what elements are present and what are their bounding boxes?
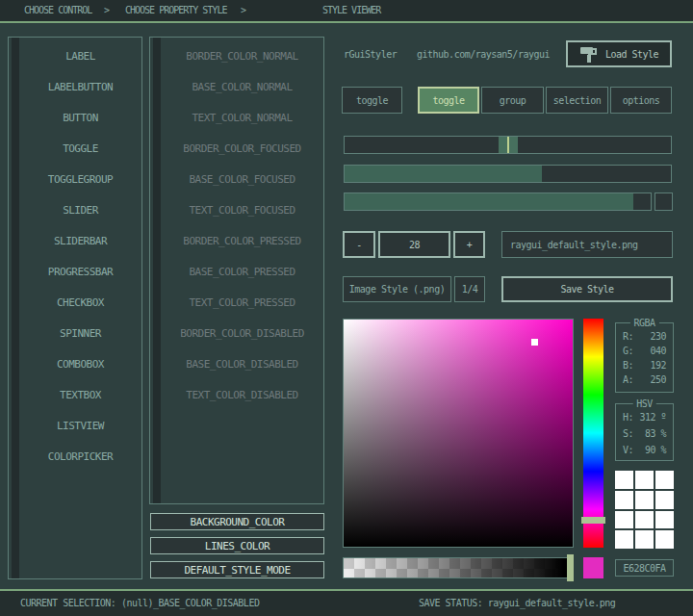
hsv-value-v: 90 % (645, 445, 666, 461)
toggle-button[interactable]: toggle (342, 87, 402, 114)
property-item-base-color-disabled[interactable]: BASE_COLOR_DISABLED (161, 348, 323, 379)
control-item-checkbox[interactable]: CHECKBOX (19, 287, 141, 318)
toggle-group-options[interactable]: options (610, 87, 672, 114)
toggle-group-toggle[interactable]: toggle (418, 87, 479, 114)
hsv-title: HSV (632, 398, 656, 409)
property-item-text-color-focused[interactable]: TEXT_COLOR_FOCUSED (161, 194, 323, 225)
rgba-value-g: 040 (650, 346, 666, 360)
file-name-textbox[interactable]: raygui_default_style.png (501, 231, 673, 258)
property-item-base-color-normal[interactable]: BASE_COLOR_NORMAL (161, 71, 323, 102)
property-item-border-color-focused[interactable]: BORDER_COLOR_FOCUSED (161, 133, 323, 164)
palette-cell[interactable] (615, 530, 633, 549)
chevron-right-icon: > (241, 0, 245, 21)
control-item-label[interactable]: LABEL (19, 40, 141, 71)
palette-cell[interactable] (655, 511, 674, 529)
app-title: rGuiStyler (344, 48, 397, 62)
combobox-counter[interactable]: 1/4 (454, 276, 485, 302)
load-style-label: Load Style (605, 49, 658, 60)
rgba-label-b: B: (623, 360, 633, 374)
control-item-combobox[interactable]: COMBOBOX (19, 348, 141, 379)
palette-cell[interactable] (655, 471, 674, 489)
spinner-increment-button[interactable]: + (453, 231, 485, 258)
repo-link[interactable]: github.com/raysan5/raygui (417, 48, 550, 62)
control-item-sliderbar[interactable]: SLIDERBAR (19, 225, 141, 256)
palette-cell[interactable] (635, 511, 654, 529)
save-style-button[interactable]: Save Style (501, 276, 673, 302)
control-item-colorpicker[interactable]: COLORPICKER (19, 441, 141, 472)
property-item-base-color-focused[interactable]: BASE_COLOR_FOCUSED (161, 164, 323, 194)
current-selection-status: CURRENT SELECTION: (null)_BASE_COLOR_DIS… (20, 591, 259, 616)
top-section-bar: CHOOSE CONTROL > CHOOSE PROPERTY STYLE >… (0, 0, 693, 21)
rgba-row-g: G: 040 (616, 346, 673, 360)
checkbox[interactable] (654, 192, 673, 211)
rgba-groupbox: RGBA R: 230 G: 040 B: 192 A: 250 (615, 322, 674, 393)
section-choose-property-style: CHOOSE PROPERTY STYLE (125, 0, 226, 21)
section-choose-control: CHOOSE CONTROL (24, 0, 91, 21)
control-item-slider[interactable]: SLIDER (19, 194, 141, 225)
hue-bar-handle[interactable] (581, 517, 605, 524)
hex-value-textbox[interactable]: E628C0FA (615, 559, 674, 577)
property-item-text-color-disabled[interactable]: TEXT_COLOR_DISABLED (161, 379, 323, 410)
palette-cell[interactable] (655, 491, 674, 509)
slider-bar[interactable] (344, 165, 672, 183)
rgba-row-b: B: 192 (616, 360, 673, 374)
color-palette-grid (615, 471, 674, 549)
palette-cell[interactable] (635, 471, 654, 489)
hsv-row-s: S: 83 % (616, 428, 673, 445)
properties-list-panel: BORDER_COLOR_NORMAL BASE_COLOR_NORMAL TE… (149, 37, 324, 504)
property-item-border-color-disabled[interactable]: BORDER_COLOR_DISABLED (161, 318, 323, 348)
load-style-button[interactable]: Load Style (566, 40, 672, 67)
control-item-listview[interactable]: LISTVIEW (19, 410, 141, 441)
palette-cell[interactable] (615, 491, 633, 509)
property-item-base-color-pressed[interactable]: BASE_COLOR_PRESSED (161, 256, 323, 287)
property-item-border-color-normal[interactable]: BORDER_COLOR_NORMAL (161, 40, 323, 71)
color-picker-sv-panel[interactable] (343, 319, 574, 548)
control-item-progressbar[interactable]: PROGRESSBAR (19, 256, 141, 287)
control-item-textbox[interactable]: TEXTBOX (19, 379, 141, 410)
properties-list: BORDER_COLOR_NORMAL BASE_COLOR_NORMAL TE… (161, 40, 323, 410)
controls-list: LABEL LABELBUTTON BUTTON TOGGLE TOGGLEGR… (19, 40, 141, 472)
controls-list-panel: LABEL LABELBUTTON BUTTON TOGGLE TOGGLEGR… (8, 37, 142, 579)
properties-list-scrollbar[interactable] (153, 38, 161, 503)
hsv-label-v: V: (623, 445, 633, 461)
spinner-decrement-button[interactable]: - (343, 231, 375, 258)
control-item-labelbutton[interactable]: LABELBUTTON (19, 71, 141, 102)
palette-cell[interactable] (655, 530, 674, 549)
rgba-row-r: R: 230 (616, 331, 673, 346)
lines-color-button[interactable]: LINES_COLOR (150, 537, 324, 554)
section-style-viewer: STYLE VIEWER (322, 0, 380, 21)
property-item-text-color-normal[interactable]: TEXT_COLOR_NORMAL (161, 102, 323, 133)
hsv-row-h: H: 312 º (616, 412, 673, 428)
control-item-spinner[interactable]: SPINNER (19, 318, 141, 348)
palette-cell[interactable] (635, 491, 654, 509)
palette-cell[interactable] (615, 511, 633, 529)
status-bar: CURRENT SELECTION: (null)_BASE_COLOR_DIS… (0, 591, 693, 616)
property-item-border-color-pressed[interactable]: BORDER_COLOR_PRESSED (161, 225, 323, 256)
slider-handle[interactable] (499, 137, 518, 153)
rgba-label-g: G: (623, 346, 633, 360)
alpha-bar-handle[interactable] (567, 554, 574, 581)
control-item-togglegroup[interactable]: TOGGLEGROUP (19, 164, 141, 194)
slider[interactable] (344, 136, 672, 154)
default-style-mode-button[interactable]: DEFAULT_STYLE_MODE (150, 561, 324, 578)
hue-bar[interactable] (583, 319, 603, 548)
rgba-label-r: R: (623, 331, 633, 346)
controls-list-scrollbar[interactable] (12, 38, 19, 578)
rguistyler-window: CHOOSE CONTROL > CHOOSE PROPERTY STYLE >… (0, 0, 693, 616)
style-format-combobox[interactable]: Image Style (.png) (343, 276, 451, 302)
alpha-bar[interactable] (343, 557, 574, 578)
control-item-toggle[interactable]: TOGGLE (19, 133, 141, 164)
palette-cell[interactable] (615, 471, 633, 489)
property-item-text-color-pressed[interactable]: TEXT_COLOR_PRESSED (161, 287, 323, 318)
color-picker-cursor[interactable] (531, 339, 538, 346)
toggle-group-group[interactable]: group (481, 87, 544, 114)
control-item-button[interactable]: BUTTON (19, 102, 141, 133)
save-status: SAVE STATUS: raygui_default_style.png (419, 591, 615, 616)
top-separator-line (0, 21, 693, 23)
rgba-value-r: 230 (650, 331, 666, 346)
toggle-group-selection[interactable]: selection (546, 87, 608, 114)
hsv-value-h: 312 º (639, 412, 666, 428)
spinner-value-box[interactable]: 28 (378, 231, 450, 258)
background-color-button[interactable]: BACKGROUND_COLOR (150, 513, 324, 530)
palette-cell[interactable] (635, 530, 654, 549)
